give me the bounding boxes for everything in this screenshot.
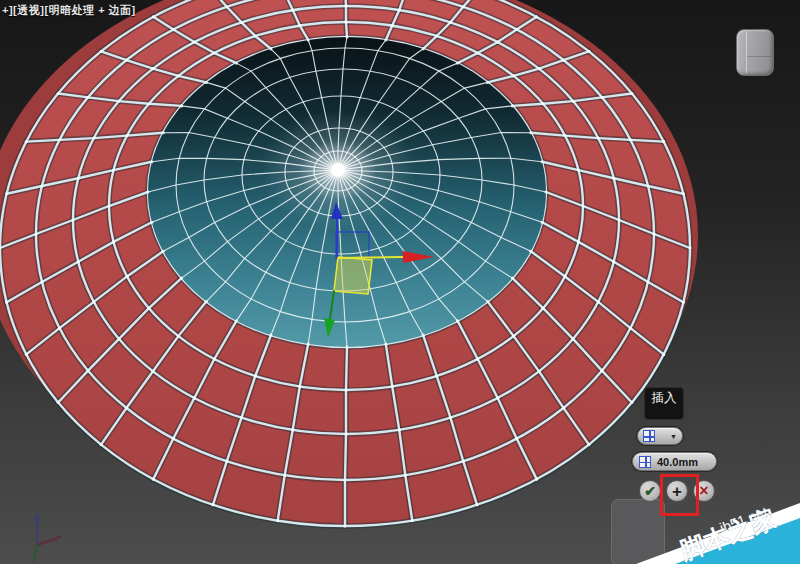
viewcube[interactable]	[736, 29, 774, 76]
viewport-3d[interactable]	[0, 0, 800, 564]
chevron-down-icon: ▼	[670, 433, 677, 440]
caddy-dropdown-button[interactable]: ▼	[637, 427, 683, 445]
grid-icon	[643, 430, 655, 442]
ok-button[interactable]: ✔	[639, 480, 661, 502]
viewcube-facet	[746, 32, 747, 73]
apply-and-continue-button[interactable]: +	[666, 480, 688, 502]
caddy-value-field[interactable]: 40.0mm	[632, 452, 717, 471]
insert-amount-value[interactable]: 40.0mm	[657, 456, 698, 468]
insert-tooltip: 插入	[644, 387, 684, 420]
viewport-label[interactable]: +][透视][明暗处理 + 边面]	[2, 3, 136, 18]
viewcube-facet	[747, 56, 771, 57]
grid-icon	[639, 456, 651, 468]
side-panel	[611, 499, 665, 564]
cancel-button[interactable]: ×	[693, 480, 715, 502]
